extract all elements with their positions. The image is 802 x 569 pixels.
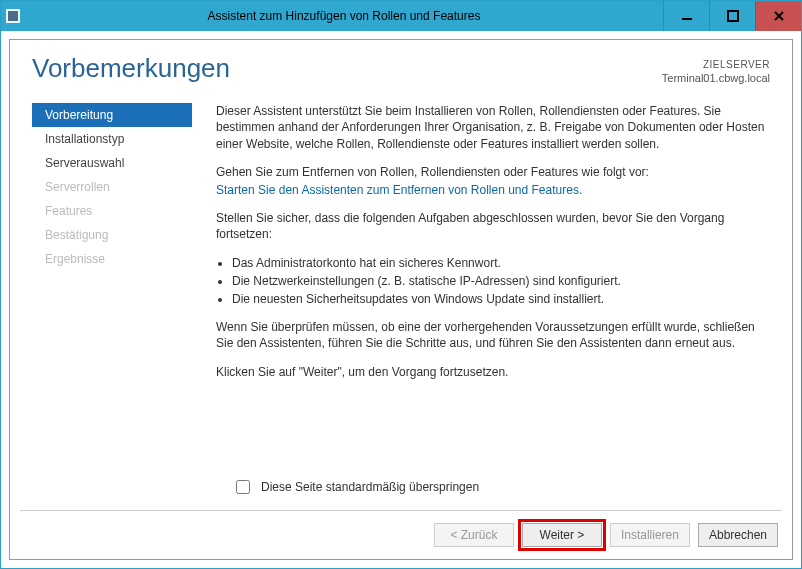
svg-rect-2: [682, 18, 692, 20]
nav-item: Bestätigung: [32, 223, 192, 247]
target-server-name: Terminal01.cbwg.local: [662, 71, 770, 85]
continue-hint: Klicken Sie auf "Weiter", um den Vorgang…: [216, 364, 770, 380]
titlebar: Assistent zum Hinzufügen von Rollen und …: [1, 1, 801, 31]
minimize-button[interactable]: [663, 1, 709, 31]
target-server-info: ZIELSERVER Terminal01.cbwg.local: [662, 54, 770, 85]
remove-features-link[interactable]: Starten Sie den Assistenten zum Entferne…: [216, 183, 582, 197]
wizard-buttons: < Zurück Weiter > Installieren Abbrechen: [434, 523, 778, 547]
nav-item[interactable]: Installationstyp: [32, 127, 192, 151]
page-title: Vorbemerkungen: [32, 54, 230, 83]
target-server-label: ZIELSERVER: [662, 58, 770, 71]
close-button[interactable]: [755, 1, 801, 31]
maximize-button[interactable]: [709, 1, 755, 31]
window-buttons: [663, 1, 801, 31]
app-icon: [1, 1, 25, 31]
window-title: Assistent zum Hinzufügen von Rollen und …: [25, 9, 663, 23]
prereq-item: Das Administratorkonto hat ein sicheres …: [232, 255, 770, 271]
back-button[interactable]: < Zurück: [434, 523, 514, 547]
skip-page-label: Diese Seite standardmäßig überspringen: [261, 480, 479, 494]
separator: [20, 510, 782, 511]
prereq-item: Die Netzwerkeinstellungen (z. B. statisc…: [232, 273, 770, 289]
install-button[interactable]: Installieren: [610, 523, 690, 547]
ensure-lead: Stellen Sie sicher, dass die folgenden A…: [216, 210, 770, 242]
wizard-nav: VorbereitungInstallationstypServerauswah…: [32, 103, 192, 391]
prereq-item: Die neuesten Sicherheitsupdates von Wind…: [232, 291, 770, 307]
wizard-window: Assistent zum Hinzufügen von Rollen und …: [0, 0, 802, 569]
skip-page-row[interactable]: Diese Seite standardmäßig überspringen: [232, 477, 479, 497]
remove-lead: Gehen Sie zum Entfernen von Rollen, Roll…: [216, 164, 770, 180]
next-button[interactable]: Weiter >: [522, 523, 602, 547]
nav-item[interactable]: Serverauswahl: [32, 151, 192, 175]
skip-page-checkbox[interactable]: [236, 480, 250, 494]
nav-item: Features: [32, 199, 192, 223]
recheck-text: Wenn Sie überprüfen müssen, ob eine der …: [216, 319, 770, 351]
cancel-button[interactable]: Abbrechen: [698, 523, 778, 547]
content-area: Dieser Assistent unterstützt Sie beim In…: [216, 103, 770, 391]
svg-rect-1: [8, 11, 18, 21]
prereq-list: Das Administratorkonto hat ein sicheres …: [216, 255, 770, 308]
svg-rect-3: [728, 11, 738, 21]
intro-text: Dieser Assistent unterstützt Sie beim In…: [216, 103, 770, 152]
nav-item: Ergebnisse: [32, 247, 192, 271]
nav-item[interactable]: Vorbereitung: [32, 103, 192, 127]
nav-item: Serverrollen: [32, 175, 192, 199]
